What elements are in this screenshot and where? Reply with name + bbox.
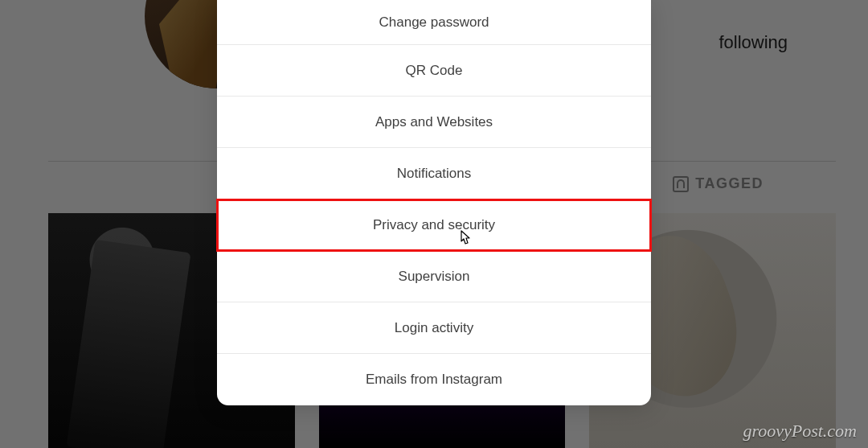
- settings-menu-modal: Change password QR Code Apps and Website…: [217, 0, 651, 405]
- menu-item-label: Emails from Instagram: [366, 372, 502, 388]
- menu-item-label: Supervision: [399, 269, 470, 285]
- menu-item-supervision[interactable]: Supervision: [217, 251, 651, 302]
- menu-item-login-activity[interactable]: Login activity: [217, 302, 651, 354]
- screenshot-stage: following TAGGED Change password QR Code…: [0, 0, 868, 448]
- menu-item-label: Login activity: [395, 320, 473, 336]
- menu-item-label: Privacy and security: [373, 217, 495, 233]
- menu-item-label: Change password: [379, 14, 489, 31]
- menu-item-apps-and-websites[interactable]: Apps and Websites: [217, 97, 651, 148]
- watermark: groovyPost.com: [743, 421, 857, 442]
- menu-item-label: QR Code: [406, 63, 463, 79]
- menu-item-label: Notifications: [397, 166, 472, 182]
- menu-item-emails-from-instagram[interactable]: Emails from Instagram: [217, 354, 651, 405]
- menu-item-change-password[interactable]: Change password: [217, 0, 651, 45]
- menu-item-notifications[interactable]: Notifications: [217, 148, 651, 199]
- menu-item-qr-code[interactable]: QR Code: [217, 45, 651, 97]
- menu-item-label: Apps and Websites: [375, 114, 493, 130]
- menu-item-privacy-and-security[interactable]: Privacy and security: [217, 199, 651, 251]
